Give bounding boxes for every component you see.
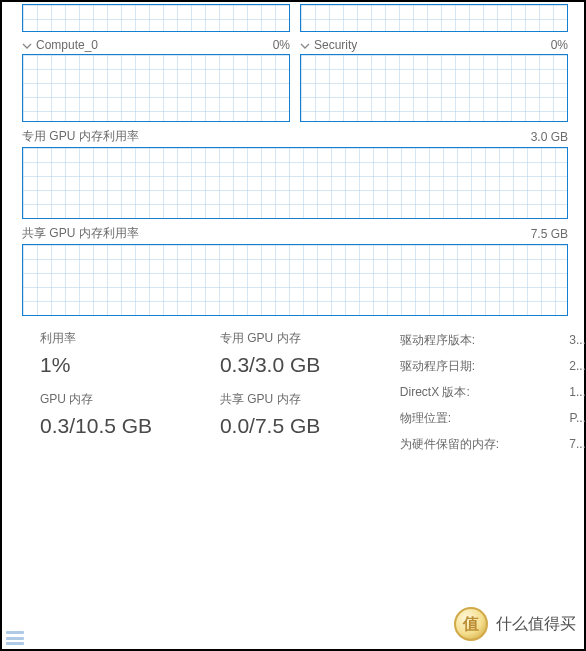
dedicated-mem-chart[interactable]: [22, 147, 568, 219]
directx-row: DirectX 版本: 1...: [400, 382, 586, 402]
location-label: 物理位置:: [400, 410, 451, 427]
util-label: 利用率: [40, 330, 202, 347]
dedicated-mem-label: 专用 GPU 内存利用率: [22, 128, 139, 145]
watermark-coin-icon: 值: [454, 607, 488, 641]
driver-date-value: 2...: [569, 359, 586, 373]
location-value: P...: [570, 411, 586, 425]
shared-mem-section: 共享 GPU 内存利用率 7.5 GB: [22, 225, 568, 316]
shared-mem-chart[interactable]: [22, 244, 568, 316]
stats-col-3: 驱动程序版本: 3... 驱动程序日期: 2... DirectX 版本: 1.…: [400, 330, 586, 454]
driver-version-value: 3...: [569, 333, 586, 347]
shared-mem-header: 共享 GPU 内存利用率 7.5 GB: [22, 225, 568, 242]
reserved-label: 为硬件保留的内存:: [400, 436, 499, 453]
reserved-value: 7...: [569, 437, 586, 451]
dedicated-mem-max: 3.0 GB: [531, 130, 568, 144]
chart-top-left[interactable]: [22, 4, 290, 32]
compute0-pct: 0%: [273, 38, 290, 52]
directx-value: 1...: [569, 385, 586, 399]
security-header[interactable]: Security 0%: [300, 38, 568, 52]
watermark: 值 什么值得买: [454, 607, 576, 641]
shared-label: 共享 GPU 内存: [220, 391, 382, 408]
gpu-mem-label: GPU 内存: [40, 391, 202, 408]
security-pct: 0%: [551, 38, 568, 52]
stats-col-1: 利用率 1% GPU 内存 0.3/10.5 GB: [40, 330, 202, 454]
window-frame: Compute_0 0% Security 0%: [0, 0, 586, 651]
location-row: 物理位置: P...: [400, 408, 586, 428]
driver-date-label: 驱动程序日期:: [400, 358, 475, 375]
security-label: Security: [314, 38, 357, 52]
reserved-row: 为硬件保留的内存: 7...: [400, 434, 586, 454]
gpu-panel: Compute_0 0% Security 0%: [4, 4, 582, 595]
gpu-mem-value: 0.3/10.5 GB: [40, 414, 202, 438]
chevron-down-icon: [300, 40, 310, 50]
compute0-chart[interactable]: [22, 54, 290, 122]
util-value: 1%: [40, 353, 202, 377]
stats-col-2: 专用 GPU 内存 0.3/3.0 GB 共享 GPU 内存 0.0/7.5 G…: [220, 330, 382, 454]
shared-mem-label: 共享 GPU 内存利用率: [22, 225, 139, 242]
directx-label: DirectX 版本:: [400, 384, 470, 401]
compute-security-row: Compute_0 0% Security 0%: [22, 32, 568, 122]
security-chart[interactable]: [300, 54, 568, 122]
driver-date-row: 驱动程序日期: 2...: [400, 356, 586, 376]
compute0-header[interactable]: Compute_0 0%: [22, 38, 290, 52]
watermark-text: 什么值得买: [496, 614, 576, 635]
shared-mem-max: 7.5 GB: [531, 227, 568, 241]
dedicated-mem-section: 专用 GPU 内存利用率 3.0 GB: [22, 128, 568, 219]
dedicated-value: 0.3/3.0 GB: [220, 353, 382, 377]
driver-version-label: 驱动程序版本:: [400, 332, 475, 349]
taskbar-icon: [6, 631, 24, 645]
dedicated-mem-plot: [23, 148, 567, 219]
chart-top-right[interactable]: [300, 4, 568, 32]
compute0-label: Compute_0: [36, 38, 98, 52]
driver-version-row: 驱动程序版本: 3...: [400, 330, 586, 350]
dedicated-mem-header: 专用 GPU 内存利用率 3.0 GB: [22, 128, 568, 145]
chevron-down-icon: [22, 40, 32, 50]
stats-grid: 利用率 1% GPU 内存 0.3/10.5 GB 专用 GPU 内存 0.3/…: [40, 330, 586, 454]
dedicated-label: 专用 GPU 内存: [220, 330, 382, 347]
shared-value: 0.0/7.5 GB: [220, 414, 382, 438]
top-charts-row: [22, 4, 568, 32]
